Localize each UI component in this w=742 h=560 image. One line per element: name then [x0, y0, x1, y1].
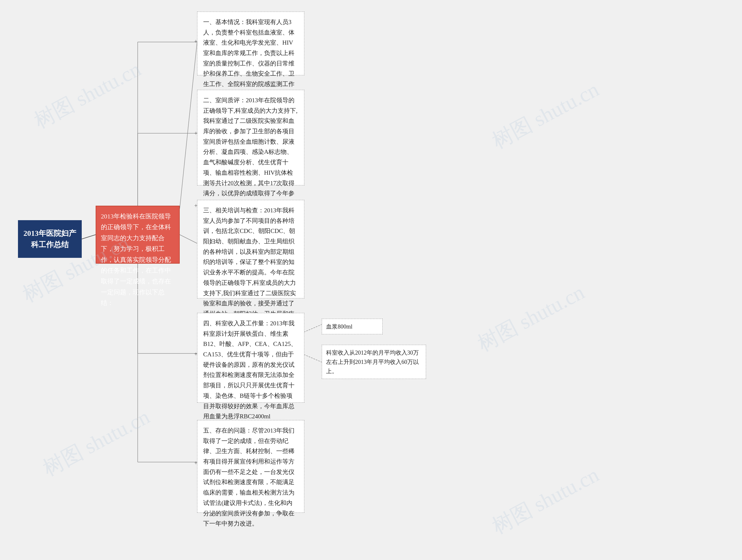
svg-line-6 — [180, 235, 197, 243]
side-node-2-text: 科室收入从2012年的月平均收入30万左右上升到2013年月平均收入60万以上。 — [326, 349, 419, 374]
watermark-6: 树图 shutu.cn — [487, 461, 604, 540]
central-node-text: 2013年医院妇产科工作总结 — [21, 228, 78, 250]
central-node: 2013年医院妇产科工作总结 — [18, 220, 82, 258]
svg-line-1 — [180, 42, 197, 209]
branch-node: 2013年检验科在医院领导的正确领导下，在全体科室同志的大力支持配合下，努力学习… — [96, 206, 180, 264]
side-node-2: 科室收入从2012年的月平均收入30万左右上升到2013年月平均收入60万以上。 — [322, 345, 426, 379]
svg-line-0 — [82, 235, 96, 239]
plus-icon-3: + — [193, 203, 199, 209]
watermark-5: 树图 shutu.cn — [473, 278, 589, 358]
plus-icon-2: + — [193, 130, 199, 136]
branch-node-text: 2013年检验科在医院领导的正确领导下，在全体科室同志的大力支持配合下，努力学习… — [101, 213, 171, 306]
content-box-3: 三、相关培训与检查：2013年我科室人员均参加了不同项目的各种培训，包括北京CD… — [197, 200, 304, 298]
content-box-2-text: 二、室间质评：2013年在院领导的正确领导下,科室成员的大力支持下,我科室通过了… — [203, 97, 298, 218]
content-box-2: 二、室间质评：2013年在院领导的正确领导下,科室成员的大力支持下,我科室通过了… — [197, 90, 304, 185]
watermark-1: 树图 shutu.cn — [29, 55, 146, 135]
svg-line-11 — [302, 325, 322, 333]
side-node-1-text: 血浆800ml — [326, 323, 353, 330]
side-node-1: 血浆800ml — [322, 319, 383, 334]
content-box-4-text: 四、科室收入及工作量：2013年我科室原计划开展铁蛋白、维生素B12、叶酸、AF… — [203, 320, 297, 420]
plus-icon-1: + — [193, 39, 199, 44]
watermark-4: 树图 shutu.cn — [487, 75, 604, 155]
content-box-3-text: 三、相关培训与检查：2013年我科室人员均参加了不同项目的各种培训，包括北京CD… — [203, 207, 296, 328]
watermark-3: 树图 shutu.cn — [38, 403, 155, 482]
plus-icon-5: + — [193, 460, 199, 466]
content-box-5: 五、存在的问题：尽管2013年我们取得了一定的成绩，但在劳动纪律、卫生方面、耗材… — [197, 420, 304, 513]
plus-icon-4: + — [193, 351, 199, 357]
content-box-1-text: 一、基本情况：我科室现有人员3人，负责整个科室包括血液室、体液室、生化和电光学发… — [203, 18, 295, 98]
content-box-5-text: 五、存在的问题：尽管2013年我们取得了一定的成绩，但在劳动纪律、卫生方面、耗材… — [203, 427, 295, 527]
mind-map: 树图 shutu.cn 树图 shutu.cn 树图 shutu.cn 树图 s… — [0, 0, 742, 560]
content-box-4: 四、科室收入及工作量：2013年我科室原计划开展铁蛋白、维生素B12、叶酸、AF… — [197, 313, 304, 403]
content-box-1: 一、基本情况：我科室现有人员3人，负责整个科室包括血液室、体液室、生化和电光学发… — [197, 12, 304, 75]
svg-line-12 — [302, 353, 322, 362]
